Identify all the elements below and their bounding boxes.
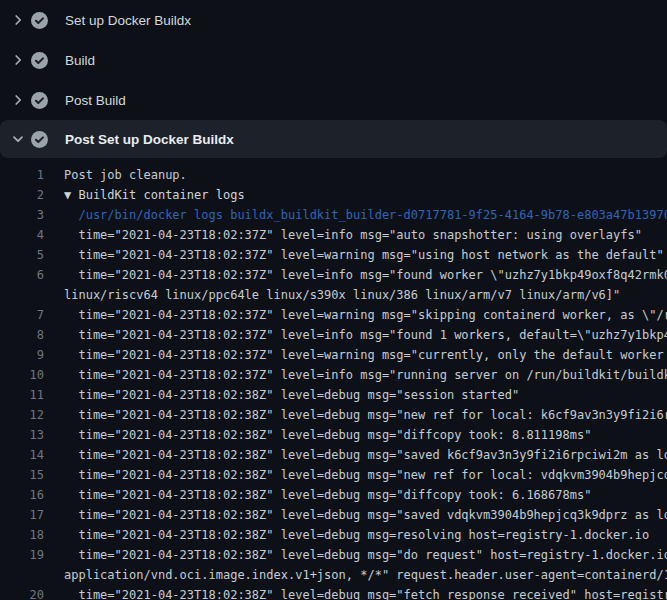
log-line-number[interactable]: 16: [0, 485, 44, 505]
log-line-number[interactable]: 10: [0, 365, 44, 385]
log-line-number[interactable]: 14: [0, 445, 44, 465]
log-line-number[interactable]: 1: [0, 165, 44, 185]
log-line-5: 5 time="2021-04-23T18:02:37Z" level=warn…: [0, 245, 667, 265]
log-line-number[interactable]: 11: [0, 385, 44, 405]
log-line-15: 15 time="2021-04-23T18:02:38Z" level=deb…: [0, 465, 667, 485]
log-line-number[interactable]: 4: [0, 225, 44, 245]
log-line-18: 18 time="2021-04-23T18:02:38Z" level=deb…: [0, 525, 667, 545]
log-line-7: 7 time="2021-04-23T18:02:37Z" level=warn…: [0, 305, 667, 325]
log-line-number[interactable]: 19: [0, 545, 44, 565]
log-line-text: Post job cleanup.: [64, 165, 667, 185]
log-line-number[interactable]: 12: [0, 405, 44, 425]
log-line-text: time="2021-04-23T18:02:37Z" level=info m…: [64, 325, 667, 345]
log-line-text: time="2021-04-23T18:02:38Z" level=debug …: [64, 425, 667, 445]
log-line-text: time="2021-04-23T18:02:37Z" level=warnin…: [64, 245, 667, 265]
step-title: Post Set up Docker Buildx: [65, 132, 234, 147]
log-line-16: 16 time="2021-04-23T18:02:38Z" level=deb…: [0, 485, 667, 505]
log-line-text: time="2021-04-23T18:02:37Z" level=warnin…: [64, 305, 667, 325]
check-circle-icon: [31, 12, 48, 29]
log-line-number[interactable]: 18: [0, 525, 44, 545]
log-line-20: 20 time="2021-04-23T18:02:38Z" level=deb…: [0, 585, 667, 600]
log-line-4: 4 time="2021-04-23T18:02:37Z" level=info…: [0, 225, 667, 245]
step-title: Post Build: [65, 93, 126, 108]
log-line-continuation: linux/riscv64 linux/ppc64le linux/s390x …: [0, 285, 667, 305]
chevron-right-icon: [10, 52, 26, 68]
log-line-number[interactable]: 20: [0, 585, 44, 600]
step-title: Set up Docker Buildx: [65, 13, 191, 28]
log-line-number[interactable]: 2: [0, 185, 44, 205]
log-line-8: 8 time="2021-04-23T18:02:37Z" level=info…: [0, 325, 667, 345]
log-line-number[interactable]: 9: [0, 345, 44, 365]
step-row-post-build[interactable]: Post Build: [0, 80, 667, 120]
log-line-continuation: application/vnd.oci.image.index.v1+json,…: [0, 565, 667, 585]
log-line-number[interactable]: 6: [0, 265, 44, 285]
log-viewer: 1Post job cleanup.2▼ BuildKit container …: [0, 158, 667, 600]
log-line-text: time="2021-04-23T18:02:38Z" level=debug …: [64, 525, 667, 545]
log-line-number[interactable]: 5: [0, 245, 44, 265]
log-line-text: time="2021-04-23T18:02:38Z" level=debug …: [64, 465, 667, 485]
step-row-post-set-up-docker-buildx[interactable]: Post Set up Docker Buildx: [0, 120, 667, 158]
log-line-text: linux/riscv64 linux/ppc64le linux/s390x …: [64, 285, 667, 305]
log-line-text: time="2021-04-23T18:02:38Z" level=debug …: [64, 445, 667, 465]
log-line-number[interactable]: 3: [0, 205, 44, 225]
log-line-11: 11 time="2021-04-23T18:02:38Z" level=deb…: [0, 385, 667, 405]
log-line-13: 13 time="2021-04-23T18:02:38Z" level=deb…: [0, 425, 667, 445]
log-line-text: time="2021-04-23T18:02:38Z" level=debug …: [64, 385, 667, 405]
log-line-text: time="2021-04-23T18:02:38Z" level=debug …: [64, 545, 667, 565]
step-row-set-up-docker-buildx[interactable]: Set up Docker Buildx: [0, 0, 667, 40]
check-circle-icon: [31, 131, 48, 148]
step-row-build[interactable]: Build: [0, 40, 667, 80]
chevron-down-icon: [10, 131, 26, 147]
log-line-9: 9 time="2021-04-23T18:02:37Z" level=warn…: [0, 345, 667, 365]
log-line-19: 19 time="2021-04-23T18:02:38Z" level=deb…: [0, 545, 667, 565]
log-line-text: time="2021-04-23T18:02:38Z" level=debug …: [64, 585, 667, 600]
log-line-17: 17 time="2021-04-23T18:02:38Z" level=deb…: [0, 505, 667, 525]
log-line-text: time="2021-04-23T18:02:37Z" level=info m…: [64, 265, 667, 285]
check-circle-icon: [31, 52, 48, 69]
log-line-number[interactable]: 8: [0, 325, 44, 345]
log-line-text: time="2021-04-23T18:02:38Z" level=debug …: [64, 405, 667, 425]
log-line-number[interactable]: 13: [0, 425, 44, 445]
check-circle-icon: [31, 92, 48, 109]
log-line-text: time="2021-04-23T18:02:37Z" level=info m…: [64, 225, 667, 245]
log-line-6: 6 time="2021-04-23T18:02:37Z" level=info…: [0, 265, 667, 285]
log-line-3: 3 /usr/bin/docker logs buildx_buildkit_b…: [0, 205, 667, 225]
log-line-text: time="2021-04-23T18:02:38Z" level=debug …: [64, 485, 667, 505]
log-line-1: 1Post job cleanup.: [0, 165, 667, 185]
log-line-number[interactable]: 7: [0, 305, 44, 325]
log-line-2: 2▼ BuildKit container logs: [0, 185, 667, 205]
log-line-text: time="2021-04-23T18:02:37Z" level=info m…: [64, 365, 667, 385]
log-line-12: 12 time="2021-04-23T18:02:38Z" level=deb…: [0, 405, 667, 425]
log-line-number[interactable]: 17: [0, 505, 44, 525]
log-line-number[interactable]: 15: [0, 465, 44, 485]
log-line-text: time="2021-04-23T18:02:37Z" level=warnin…: [64, 345, 667, 365]
log-line-10: 10 time="2021-04-23T18:02:37Z" level=inf…: [0, 365, 667, 385]
log-line-number: [0, 285, 44, 305]
log-line-text: time="2021-04-23T18:02:38Z" level=debug …: [64, 505, 667, 525]
log-command-text: /usr/bin/docker logs buildx_buildkit_bui…: [64, 205, 667, 225]
log-line-number: [0, 565, 44, 585]
step-title: Build: [65, 53, 95, 68]
job-steps-list: Set up Docker BuildxBuildPost BuildPost …: [0, 0, 667, 158]
chevron-right-icon: [10, 12, 26, 28]
log-line-14: 14 time="2021-04-23T18:02:38Z" level=deb…: [0, 445, 667, 465]
log-group-toggle[interactable]: ▼ BuildKit container logs: [64, 185, 667, 205]
chevron-right-icon: [10, 92, 26, 108]
log-line-text: application/vnd.oci.image.index.v1+json,…: [64, 565, 667, 585]
